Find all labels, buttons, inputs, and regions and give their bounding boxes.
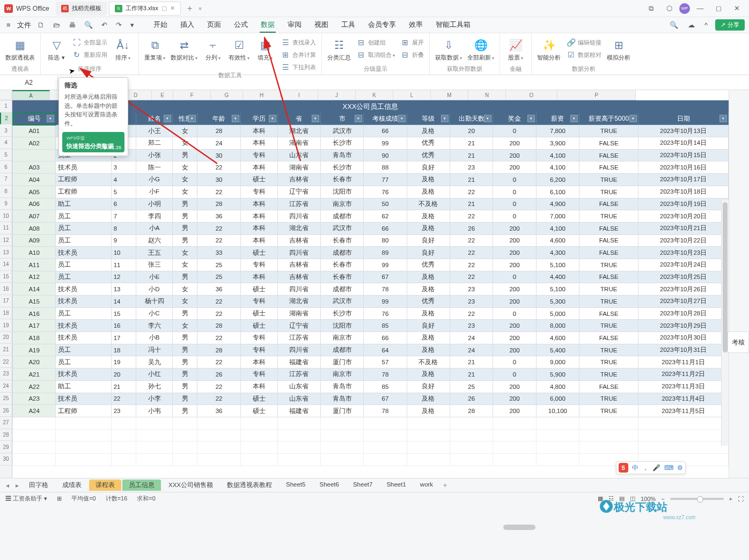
filter-dropdown-icon[interactable]: ▾ [398, 115, 406, 122]
collapse-button[interactable]: ⊟折叠 [400, 49, 424, 60]
window-maximize-icon[interactable]: ◻ [710, 2, 726, 15]
horizontal-scrollbar[interactable] [12, 524, 721, 530]
ime-keyboard-icon[interactable]: ⌨ [664, 464, 673, 471]
menu-tab-审阅[interactable]: 审阅 [287, 18, 303, 33]
table-row[interactable]: A17技术员16李六女28硕士辽宁省沈阳市85良好232008,000TRUE2… [13, 320, 729, 332]
stock-button[interactable]: 📈股票 [505, 35, 526, 62]
dropdown-list-button[interactable]: ☰下拉列表 [281, 61, 316, 72]
window-minimize-icon[interactable]: — [692, 2, 708, 15]
row-headers[interactable]: 1234567891011121314151617181920212223242… [0, 100, 12, 478]
menu-tab-公式[interactable]: 公式 [233, 18, 249, 33]
redo-icon[interactable]: ↷ [114, 19, 124, 31]
ime-punct[interactable]: ， [642, 463, 649, 473]
group-button[interactable]: ⊟创建组 [356, 36, 395, 47]
collapse-ribbon-icon[interactable]: ^ [702, 19, 710, 31]
sheet-tab[interactable]: work [414, 480, 439, 491]
side-panel-peek[interactable]: 考核 [728, 331, 749, 353]
ime-toolbar[interactable]: S 中 ， 🎤 ⌨ ⚙ [616, 461, 686, 474]
table-row[interactable]: A12员工12小E男25本科吉林省长春市67及格2204,400FALSE202… [13, 271, 729, 283]
file-tab-template[interactable]: 稻 找稻壳模板 [56, 2, 107, 16]
filter-dropdown-icon[interactable]: ▾ [269, 115, 276, 122]
duplicates-button[interactable]: ⧉重复项 [144, 35, 165, 62]
menu-tab-开始[interactable]: 开始 [152, 18, 168, 33]
get-data-button[interactable]: ⇩获取数据 [435, 35, 462, 62]
window-close-icon[interactable]: ✕ [729, 2, 745, 15]
filter-dropdown-icon[interactable]: ▾ [484, 115, 491, 122]
subtotal-button[interactable]: ☷分类汇总 [327, 35, 351, 62]
sheet-nav-first-icon[interactable]: ◂ [3, 482, 12, 489]
edit-link-button[interactable]: 🔗编辑链接 [566, 36, 601, 47]
show-all-button[interactable]: ⛶全部显示 [72, 36, 107, 47]
filter-dropdown-icon[interactable]: ▾ [570, 115, 578, 122]
file-tab-workbook[interactable]: S 工作簿3.xlsx ▢ ✕ [109, 2, 181, 16]
preview-icon[interactable]: 🔍 [82, 19, 95, 31]
merge-calc-button[interactable]: ⊞合并计算 [281, 49, 316, 60]
tab-close-icon[interactable]: ✕ [170, 5, 175, 12]
tab-options-icon[interactable]: ▢ [161, 5, 167, 12]
filter-dropdown-icon[interactable]: ▾ [441, 115, 449, 122]
cloud-icon[interactable]: ☁ [686, 19, 697, 31]
new-tab-button[interactable]: + [183, 4, 196, 13]
table-row[interactable]: A18技术员17小B男22专科江苏省南京市66及格242004,600FALSE… [13, 332, 729, 344]
menu-tab-插入[interactable]: 插入 [179, 18, 195, 33]
find-entry-button[interactable]: ☰查找录入 [281, 36, 316, 47]
hamburger-icon[interactable]: ≡ [4, 19, 13, 31]
filter-dropdown-icon[interactable]: ▾ [719, 115, 727, 122]
menu-tab-数据[interactable]: 数据 [260, 18, 276, 33]
search-icon[interactable]: 🔍 [667, 19, 680, 31]
refresh-all-button[interactable]: 🌐全部刷新 [467, 35, 494, 62]
table-row[interactable]: A23技术员22小李男22硕士山东省青岛市67及格262006,000TRUE2… [13, 393, 729, 405]
select-all-corner[interactable] [0, 90, 12, 100]
side-panel[interactable] [729, 90, 749, 478]
sheet-tab[interactable]: 员工信息 [122, 480, 161, 491]
table-row[interactable]: A06助工6小明男28本科江苏省南京市50不及格2104,900FALSE202… [13, 198, 729, 210]
sheet-tab[interactable]: Sheet1 [380, 480, 412, 491]
menu-tab-效率[interactable]: 效率 [408, 18, 424, 33]
table-row[interactable]: A16员工15小C男22硕士湖南省长沙市76及格2205,000FALSE202… [13, 307, 729, 320]
table-row[interactable]: A11员工11张三女25专科吉林省长春市99优秀222005,100TRUE20… [13, 259, 729, 271]
sheet-tab[interactable]: 数据透视表教程 [221, 480, 278, 491]
menu-tab-视图[interactable]: 视图 [313, 18, 329, 33]
table-row[interactable]: A09员工9赵六男22本科吉林省长春市80良好222004,600FALSE20… [13, 234, 729, 247]
ime-settings-icon[interactable]: ⚙ [677, 464, 683, 471]
filter-dropdown-icon[interactable]: ▾ [355, 115, 362, 122]
table-row[interactable]: A14技术员13小D女36硕士四川省成都市78及格232005,100TRUE2… [13, 283, 729, 296]
add-sheet-button[interactable]: + [440, 482, 450, 489]
sheet-tab[interactable]: 课程表 [89, 480, 121, 491]
panels-icon[interactable]: ⧉ [643, 2, 659, 15]
simulation-button[interactable]: ⊞模拟分析 [607, 35, 630, 62]
text-to-columns-button[interactable]: ⫟分列 [203, 35, 223, 62]
ime-mic-icon[interactable]: 🎤 [652, 464, 660, 471]
sheet-tab[interactable]: 成绩表 [56, 480, 88, 491]
filter-dropdown-icon[interactable]: ▾ [527, 115, 535, 122]
table-row[interactable]: A10技术员10王五女33硕士四川省成都市89良好222004,300FALSE… [13, 247, 729, 259]
smart-analyze-button[interactable]: ✨智能分析 [537, 35, 561, 62]
menu-tab-页面[interactable]: 页面 [206, 18, 222, 33]
filter-dropdown-icon[interactable]: ▾ [232, 115, 239, 122]
pivot-table-button[interactable]: ▦ 数据透视表 [5, 35, 35, 62]
user-avatar[interactable]: WP [679, 3, 690, 14]
menu-tab-智能工具箱[interactable]: 智能工具箱 [435, 18, 472, 33]
print-icon[interactable]: 🖶 [67, 19, 78, 31]
table-row[interactable]: A21技术员20小红男26专科江苏省南京市78及格2105,900TRUE202… [13, 369, 729, 381]
table-row[interactable]: A19员工18冯十男28专科四川省成都市64及格242005,400TRUE20… [13, 344, 729, 356]
ungroup-button[interactable]: ⊟取消组合 [356, 49, 395, 60]
compare-button[interactable]: ⇄数据对比 [171, 35, 197, 62]
table-row[interactable]: A15技术员14杨十四女22专科湖北省武汉市99优秀232005,300TRUE… [13, 296, 729, 308]
new-icon[interactable]: 🗋 [35, 19, 47, 31]
sheet-tab[interactable]: Sheet6 [313, 480, 345, 491]
table-row[interactable]: A24工程师23小韦男36硕士福建省厦门市78及格2820010,100TRUE… [13, 405, 729, 417]
expand-button[interactable]: ⊞展开 [400, 36, 424, 47]
sort-button[interactable]: Å↓ 排序 [113, 35, 133, 62]
sheet-nav-prev-icon[interactable]: ▸ [13, 482, 21, 489]
share-button[interactable]: ↗ 分享 [715, 19, 745, 31]
fill-button[interactable]: ▤填充 [255, 35, 275, 62]
filter-dropdown-icon[interactable]: ▾ [47, 115, 54, 122]
open-icon[interactable]: 🗁 [51, 19, 62, 31]
status-icon[interactable]: ⊞ [57, 495, 62, 502]
salary-helper[interactable]: ☰ 工资条助手 ▾ [5, 495, 47, 503]
name-box[interactable]: A2 [0, 75, 58, 90]
menu-tab-工具[interactable]: 工具 [340, 18, 356, 33]
table-row[interactable]: A22助工21孙七男22本科山东省青岛市85良好252004,800FALSE2… [13, 380, 729, 393]
cube-icon[interactable]: ⬡ [661, 2, 677, 15]
